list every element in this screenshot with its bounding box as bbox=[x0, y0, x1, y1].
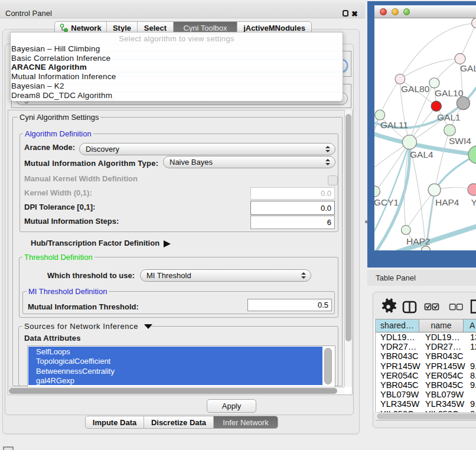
svg-text:GAL4: GAL4 bbox=[410, 149, 433, 159]
svg-text:GAL2: GAL2 bbox=[460, 63, 476, 73]
svg-text:GAL80: GAL80 bbox=[401, 84, 430, 94]
svg-text:GAL1: GAL1 bbox=[437, 112, 461, 122]
svg-text:HAP2: HAP2 bbox=[406, 236, 431, 246]
svg-text:Y: Y bbox=[471, 197, 476, 207]
svg-text:GCY1: GCY1 bbox=[374, 197, 399, 207]
svg-text:GAL11: GAL11 bbox=[380, 120, 408, 130]
svg-text:GAL10: GAL10 bbox=[435, 88, 464, 98]
svg-text:HAP4: HAP4 bbox=[435, 197, 459, 207]
svg-text:SWI4: SWI4 bbox=[449, 136, 471, 146]
